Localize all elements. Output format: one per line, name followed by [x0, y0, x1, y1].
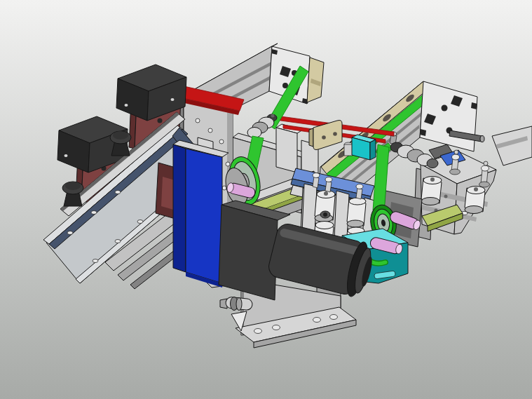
white-roller-2	[465, 187, 485, 214]
white-roller-1	[421, 177, 442, 205]
cad-viewport[interactable]	[0, 0, 532, 399]
feed-roller-3	[347, 198, 366, 227]
motor-body	[219, 205, 278, 300]
assembly-render	[0, 0, 532, 399]
rail-left-end-cap	[307, 58, 324, 102]
